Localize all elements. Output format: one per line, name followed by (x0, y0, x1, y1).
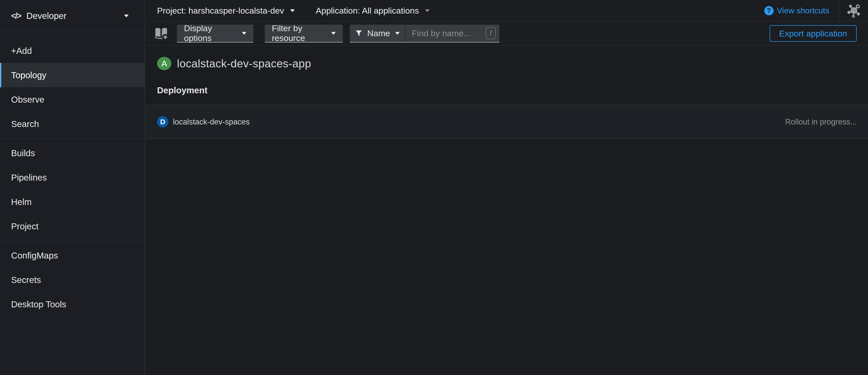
filter-type-label: Name (367, 28, 390, 38)
chevron-down-icon (290, 9, 295, 12)
name-filter-group: Name / (350, 25, 499, 42)
openshift-console: </> Developer +Add Topology Observe Sear… (0, 0, 868, 375)
deployment-badge: D (157, 116, 168, 128)
chevron-down-icon (124, 14, 129, 18)
view-shortcuts-label: View shortcuts (777, 6, 830, 15)
page-title: localstack-dev-spaces-app (177, 57, 311, 70)
application-dropdown-label: Application: All applications (316, 6, 419, 15)
masthead-right: ? View shortcuts (764, 0, 868, 21)
application-badge: A (157, 57, 172, 70)
sidebar-item-configmaps[interactable]: ConfigMaps (0, 243, 145, 268)
list-row[interactable]: D localstack-dev-spaces Rollout in progr… (146, 105, 868, 139)
sidebar-item-topology[interactable]: Topology (0, 63, 145, 87)
sidebar: </> Developer +Add Topology Observe Sear… (0, 0, 145, 375)
view-shortcuts-link[interactable]: ? View shortcuts (764, 6, 830, 15)
resource-status: Rollout in progress... (785, 117, 857, 127)
filter-type-dropdown[interactable]: Name (350, 25, 406, 42)
resource-name[interactable]: localstack-dev-spaces (173, 117, 250, 127)
sidebar-item-search[interactable]: Search (0, 112, 145, 136)
chevron-down-icon (331, 32, 336, 35)
sidebar-divider (0, 138, 145, 139)
find-by-name-input[interactable] (412, 28, 486, 38)
sidebar-nav: +Add Topology Observe Search Builds Pipe… (0, 32, 145, 316)
sidebar-item-add[interactable]: +Add (0, 38, 145, 63)
filter-icon (355, 29, 362, 37)
masthead: Project: harshcasper-localsta-dev Applic… (146, 0, 868, 22)
application-dropdown[interactable]: Application: All applications (316, 6, 430, 15)
section-heading: Deployment (157, 85, 868, 95)
find-by-name-wrap: / (406, 25, 499, 42)
book-plus-icon (154, 27, 169, 40)
chevron-down-icon (395, 32, 400, 35)
chevron-down-icon (425, 9, 430, 12)
perspective-label: Developer (26, 11, 124, 21)
sidebar-item-desktop-tools[interactable]: Desktop Tools (0, 292, 145, 316)
sidebar-item-builds[interactable]: Builds (0, 141, 145, 165)
sidebar-item-helm[interactable]: Helm (0, 190, 145, 214)
code-icon: </> (11, 11, 21, 21)
perspective-switcher[interactable]: </> Developer (0, 0, 145, 32)
topology-graph-view-toggle[interactable] (839, 0, 868, 21)
topology-list-view: A localstack-dev-spaces-app Deployment D… (146, 46, 868, 375)
topology-toolbar: Display options Filter by resource Name (146, 22, 868, 46)
sidebar-item-project[interactable]: Project (0, 214, 145, 238)
app-group-header: A localstack-dev-spaces-app (157, 57, 868, 70)
project-dropdown[interactable]: Project: harshcasper-localsta-dev (157, 6, 295, 15)
export-application-button[interactable]: Export application (770, 25, 857, 42)
question-circle-icon: ? (764, 6, 774, 15)
filter-by-resource-label: Filter by resource (272, 23, 331, 43)
project-dropdown-label: Project: harshcasper-localsta-dev (157, 6, 284, 15)
add-to-project-button[interactable] (151, 25, 172, 41)
sidebar-item-observe[interactable]: Observe (0, 87, 145, 112)
topology-graph-icon (847, 3, 861, 18)
slash-shortcut-kbd: / (486, 27, 496, 39)
display-options-dropdown[interactable]: Display options (177, 25, 253, 42)
sidebar-item-secrets[interactable]: Secrets (0, 268, 145, 292)
display-options-label: Display options (184, 23, 242, 43)
filter-by-resource-dropdown[interactable]: Filter by resource (265, 25, 343, 42)
deployment-list: D localstack-dev-spaces Rollout in progr… (146, 105, 868, 139)
main-area: Project: harshcasper-localsta-dev Applic… (146, 0, 868, 375)
sidebar-item-pipelines[interactable]: Pipelines (0, 165, 145, 190)
sidebar-divider (0, 241, 145, 241)
chevron-down-icon (242, 32, 246, 35)
